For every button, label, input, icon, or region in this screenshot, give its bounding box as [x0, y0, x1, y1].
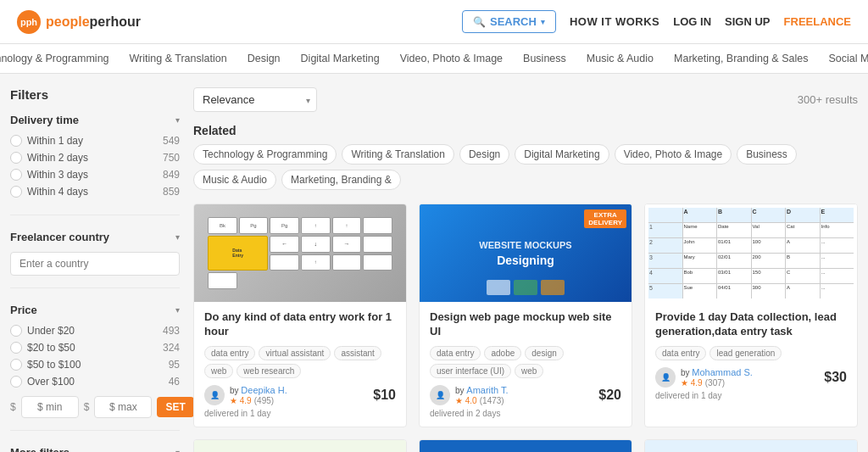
- radio-label-under20: Under $20: [27, 325, 75, 337]
- radio-3days: [10, 169, 22, 181]
- nav-item-digital[interactable]: Digital Marketing: [301, 53, 380, 64]
- card-2-author-name[interactable]: Mohammad S.: [692, 367, 753, 377]
- delivery-time-header[interactable]: Delivery time ▾: [10, 114, 180, 126]
- more-filters: More filters ▾ Recently added: [10, 446, 180, 452]
- how-it-works-link[interactable]: HOW IT WORKS: [570, 15, 659, 28]
- related-tag-7[interactable]: Marketing, Branding &: [281, 170, 401, 190]
- price-options: Under $20 493 $20 to $50 324 $50 to $100: [10, 325, 180, 388]
- price-50-100[interactable]: $50 to $100 95: [10, 359, 180, 371]
- header-actions: 🔍 SEARCH ▾ HOW IT WORKS LOG IN SIGN UP F…: [462, 10, 851, 33]
- card-2-tags: data entry lead generation: [655, 346, 847, 360]
- related-tag-6[interactable]: Music & Audio: [193, 170, 276, 190]
- card-1-tag-3[interactable]: user interface (UI): [430, 364, 511, 378]
- card-0: Bk Pg Pg ↑ ↑ DataEntry ← ↓ →: [193, 204, 407, 427]
- nav-item-social[interactable]: Social Media: [828, 53, 868, 64]
- related-tag-0[interactable]: Technology & Programming: [193, 144, 337, 165]
- card-2-tag-1[interactable]: lead generation: [709, 346, 782, 360]
- country-input[interactable]: [10, 252, 180, 276]
- nav-item-music[interactable]: Music & Audio: [587, 53, 654, 64]
- price-over-100[interactable]: Over $100 46: [10, 376, 180, 388]
- card-1-price: $20: [598, 388, 621, 403]
- card-1-footer: 👤 by Amarith T. ★ 4.0 (1473) $20: [430, 385, 621, 405]
- card-1-tag-0[interactable]: data entry: [430, 346, 481, 360]
- card-5-image: 🦕 Data Entry Word Processing Typing Rese…: [645, 440, 857, 452]
- card-1-author-name[interactable]: Amarith T.: [466, 385, 508, 395]
- freelance-link[interactable]: FREELANCE: [784, 15, 851, 28]
- card-2-author-info: by Mohammad S. ★ 4.9 (307): [681, 367, 753, 388]
- sidebar: Filters Delivery time ▾ Within 1 day 549…: [10, 87, 180, 452]
- price-max-input[interactable]: [94, 396, 152, 418]
- delivery-option-2days[interactable]: Within 2 days 750: [10, 152, 180, 164]
- price-label: Price: [10, 304, 37, 316]
- card-2-author: 👤 by Mohammad S. ★ 4.9 (307): [655, 367, 753, 388]
- related-tag-3[interactable]: Digital Marketing: [515, 144, 609, 165]
- country-header[interactable]: Freelancer country ▾: [10, 231, 180, 243]
- nav-item-writing[interactable]: Writing & Translation: [130, 53, 227, 64]
- card-0-tag-4[interactable]: web research: [236, 364, 301, 378]
- more-filters-header[interactable]: More filters ▾: [10, 446, 180, 452]
- price-set-button[interactable]: SET: [157, 397, 193, 417]
- header: pph peopleperhour 🔍 SEARCH ▾ HOW IT WORK…: [0, 0, 868, 44]
- card-1-avatar: 👤: [430, 385, 450, 405]
- card-0-tag-3[interactable]: web: [204, 364, 233, 378]
- card-0-author-name[interactable]: Deepika H.: [241, 385, 287, 395]
- sort-select[interactable]: Relevance Price: Low to High Price: High…: [193, 87, 317, 112]
- card-0-tag-2[interactable]: assistant: [334, 346, 381, 360]
- sort-wrapper: Relevance Price: Low to High Price: High…: [193, 87, 317, 112]
- card-1-tag-4[interactable]: web: [515, 364, 543, 378]
- search-chevron-icon: ▾: [541, 18, 545, 26]
- related-tag-5[interactable]: Business: [737, 144, 797, 165]
- price-min-input[interactable]: [21, 396, 79, 418]
- nav-item-video[interactable]: Video, Photo & Image: [400, 53, 503, 64]
- price-20-50[interactable]: $20 to $50 324: [10, 342, 180, 354]
- delivery-time-chevron: ▾: [175, 115, 180, 125]
- related-tags: Technology & Programming Writing & Trans…: [193, 144, 858, 190]
- cards-grid: Bk Pg Pg ↑ ↑ DataEntry ← ↓ →: [193, 204, 858, 452]
- card-2-avatar: 👤: [655, 367, 676, 388]
- radio-count-3days: 849: [163, 169, 180, 181]
- card-1-tag-2[interactable]: design: [525, 346, 563, 360]
- card-5: 🦕 Data Entry Word Processing Typing Rese…: [644, 439, 858, 452]
- card-0-tag-1[interactable]: virtual assistant: [259, 346, 331, 360]
- delivery-time-label: Delivery time: [10, 114, 79, 126]
- search-button[interactable]: 🔍 SEARCH ▾: [462, 10, 556, 33]
- nav-item-tech[interactable]: Technology & Programming: [0, 53, 109, 64]
- card-1: WEBSITE MOCKUPS Designing EXTRADELIVERY …: [419, 204, 632, 427]
- delivery-option-3days[interactable]: Within 3 days 849: [10, 169, 180, 181]
- card-2-tag-0[interactable]: data entry: [655, 346, 706, 360]
- card-0-footer: 👤 by Deepika H. ★ 4.9 (495) $10: [204, 385, 396, 405]
- price-under-20[interactable]: Under $20 493: [10, 325, 180, 337]
- card-0-author: 👤 by Deepika H. ★ 4.9 (495): [204, 385, 287, 405]
- nav-item-marketing[interactable]: Marketing, Branding & Sales: [674, 53, 808, 64]
- login-link[interactable]: LOG IN: [673, 15, 711, 28]
- card-2-stars: ★ 4.9: [681, 378, 703, 388]
- delivery-option-4days[interactable]: Within 4 days 859: [10, 186, 180, 198]
- related-tag-2[interactable]: Design: [459, 144, 509, 165]
- signup-link[interactable]: SIGN UP: [725, 15, 770, 28]
- related-tag-4[interactable]: Video, Photo & Image: [615, 144, 732, 165]
- search-button-label: SEARCH: [490, 15, 537, 28]
- card-2-image: A B C D E 1 Name Date Val Cat Info 2: [645, 204, 857, 302]
- radio-count-1day: 549: [163, 135, 180, 147]
- card-1-tag-1[interactable]: adobe: [484, 346, 521, 360]
- nav-item-design[interactable]: Design: [248, 53, 281, 64]
- more-filters-label: More filters: [10, 446, 70, 452]
- main-layout: Filters Delivery time ▾ Within 1 day 549…: [0, 74, 868, 452]
- related-section: Related Technology & Programming Writing…: [193, 124, 858, 190]
- card-2-reviews: (307): [705, 378, 725, 388]
- related-tag-1[interactable]: Writing & Translation: [342, 144, 454, 165]
- card-0-image: Bk Pg Pg ↑ ↑ DataEntry ← ↓ →: [194, 204, 406, 302]
- radio-over100: [10, 376, 22, 388]
- card-0-stars: ★ 4.9: [230, 396, 252, 405]
- card-3-image: ★ ★ ★ ★ ★ ★ ★ ★: [194, 440, 406, 452]
- radio-50to100: [10, 359, 22, 371]
- radio-label-3days: Within 3 days: [27, 169, 88, 181]
- price-header[interactable]: Price ▾: [10, 304, 180, 316]
- card-0-tag-0[interactable]: data entry: [204, 346, 255, 360]
- card-0-price: $10: [373, 388, 396, 403]
- card-2-delivered: delivered in 1 day: [655, 391, 847, 400]
- country-filter: Freelancer country ▾: [10, 231, 180, 288]
- delivery-option-1day[interactable]: Within 1 day 549: [10, 135, 180, 147]
- nav-item-business[interactable]: Business: [523, 53, 566, 64]
- logo[interactable]: pph peopleperhour: [17, 10, 141, 34]
